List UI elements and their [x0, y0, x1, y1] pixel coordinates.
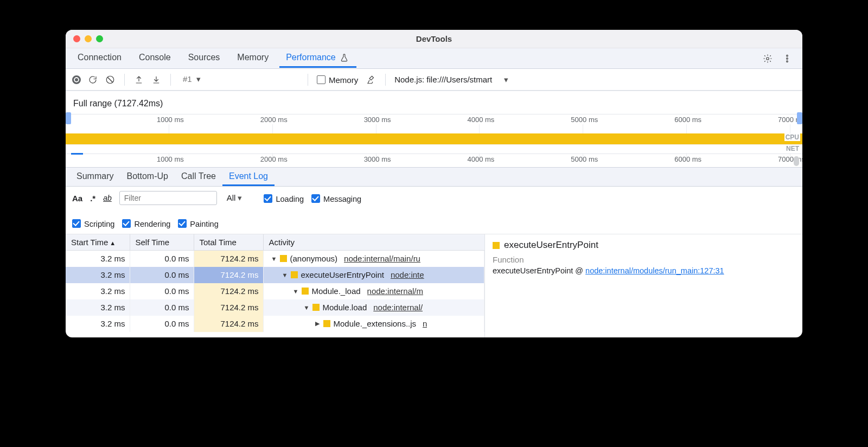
detail-type: Function: [493, 255, 795, 264]
detail-at: @: [573, 266, 585, 275]
chevron-right-icon[interactable]: ▶: [315, 320, 320, 327]
tab-memory-label: Memory: [237, 53, 269, 62]
gear-icon[interactable]: [762, 53, 773, 64]
activity-source-link[interactable]: node:internal/main/ru: [344, 254, 420, 263]
collect-garbage-icon[interactable]: [366, 74, 376, 85]
download-icon[interactable]: [151, 74, 162, 85]
regex-icon[interactable]: .*: [90, 194, 95, 203]
tab-sources[interactable]: Sources: [182, 49, 227, 67]
col-self-time[interactable]: Self Time: [130, 234, 194, 251]
chevron-down-icon: ▾: [238, 193, 242, 202]
activity-name: Module._extensions..js: [334, 319, 417, 328]
activity-source-link[interactable]: node:inte: [391, 270, 424, 279]
chevron-down-icon[interactable]: ▼: [304, 304, 309, 311]
cpu-track[interactable]: CPU: [66, 133, 802, 144]
window-title: DevTools: [66, 34, 802, 43]
range-label: Full range (7127.42ms): [66, 97, 802, 114]
cell-start: 3.2 ms: [66, 299, 130, 316]
timeline-overview: Full range (7127.42ms) 1000 ms 2000 ms 3…: [66, 91, 802, 167]
net-track-label: NET: [785, 145, 800, 152]
cell-activity: ▼executeUserEntryPointnode:inte: [263, 267, 484, 283]
messaging-checkbox[interactable]: Messaging: [311, 193, 361, 203]
cell-total: 7124.2 ms: [194, 267, 263, 283]
net-track[interactable]: NET: [66, 144, 802, 154]
col-total-time[interactable]: Total Time: [194, 234, 263, 251]
activity-source-link[interactable]: node:internal/m: [367, 286, 423, 296]
chevron-down-icon[interactable]: ▼: [271, 256, 277, 262]
col-start-time[interactable]: Start Time▲: [66, 234, 130, 251]
subtab-call-tree[interactable]: Call Tree: [175, 168, 222, 186]
table-row[interactable]: 3.2 ms0.0 ms7124.2 ms▶Module._extensions…: [66, 316, 484, 332]
tab-performance-label: Performance: [286, 53, 336, 62]
detail-location: executeUserEntryPoint @ node:internal/mo…: [493, 266, 795, 275]
detail-source-link[interactable]: node:internal/modules/run_main:127:31: [585, 266, 724, 275]
tab-performance[interactable]: Performance: [279, 49, 356, 68]
scripting-checkbox[interactable]: Scripting: [72, 218, 114, 228]
loading-checkbox[interactable]: Loading: [264, 193, 304, 203]
tab-sources-label: Sources: [188, 53, 220, 62]
cell-activity: ▼(anonymous)node:internal/main/ru: [263, 251, 484, 267]
record-button[interactable]: [72, 75, 81, 84]
col-total-label: Total Time: [200, 238, 237, 247]
subtab-summary-label: Summary: [76, 171, 113, 181]
close-icon[interactable]: [73, 35, 80, 42]
detail-pane: executeUserEntryPoint Function executeUs…: [485, 234, 802, 337]
chevron-down-icon[interactable]: ▼: [293, 288, 298, 295]
filter-bar: Aa .* ab All▾ Loading Messaging Scriptin…: [66, 187, 802, 234]
details-tab-bar: Summary Bottom-Up Call Tree Event Log: [66, 167, 802, 187]
detail-title: executeUserEntryPoint: [504, 240, 598, 251]
perf-toolbar: #1 ▾ Memory Node.js: file:///Users/stmar…: [66, 69, 802, 91]
activity-source-link[interactable]: n: [423, 319, 427, 328]
clear-icon[interactable]: [105, 74, 116, 85]
category-swatch-icon: [302, 288, 309, 295]
match-whole-word-icon[interactable]: ab: [103, 194, 112, 202]
zoom-icon[interactable]: [96, 35, 103, 42]
filter-input[interactable]: [119, 191, 217, 205]
subtab-summary[interactable]: Summary: [70, 168, 120, 186]
cell-start: 3.2 ms: [66, 283, 130, 299]
table-row[interactable]: 3.2 ms0.0 ms7124.2 ms▼(anonymous)node:in…: [66, 251, 484, 267]
memory-checkbox[interactable]: Memory: [317, 74, 358, 85]
rendering-checkbox[interactable]: Rendering: [122, 218, 170, 228]
svg-point-1: [787, 55, 788, 56]
memory-label: Memory: [329, 75, 358, 85]
category-select[interactable]: All▾: [225, 192, 257, 204]
profile-selector[interactable]: #1 ▾: [180, 73, 299, 86]
tab-memory[interactable]: Memory: [231, 49, 275, 67]
scripting-label: Scripting: [84, 220, 114, 228]
cell-total: 7124.2 ms: [194, 316, 263, 332]
activity-name: executeUserEntryPoint: [301, 270, 384, 279]
tab-connection[interactable]: Connection: [71, 49, 128, 67]
tab-console[interactable]: Console: [132, 49, 177, 67]
chevron-down-icon: ▾: [504, 75, 508, 84]
cell-self: 0.0 ms: [130, 283, 194, 299]
cell-self: 0.0 ms: [130, 267, 194, 283]
upload-icon[interactable]: [133, 74, 144, 85]
cell-total: 7124.2 ms: [194, 299, 263, 316]
table-row[interactable]: 3.2 ms0.0 ms7124.2 ms▼Module._loadnode:i…: [66, 283, 484, 299]
subtab-event-log[interactable]: Event Log: [222, 168, 275, 186]
activity-name: Module._load: [312, 286, 361, 296]
tab-connection-label: Connection: [78, 53, 122, 62]
activity-source-link[interactable]: node:internal/: [373, 303, 423, 312]
cell-start: 3.2 ms: [66, 251, 130, 267]
category-swatch-icon: [280, 255, 287, 262]
range-handle-right[interactable]: [797, 112, 802, 124]
minimize-icon[interactable]: [85, 35, 92, 42]
event-log-table-pane: Start Time▲ Self Time Total Time Activit…: [66, 234, 485, 337]
match-case-icon[interactable]: Aa: [72, 194, 82, 203]
scrollbar-thumb[interactable]: [794, 156, 799, 166]
subtab-bottom-up[interactable]: Bottom-Up: [120, 168, 174, 186]
reload-icon[interactable]: [87, 74, 98, 85]
chevron-down-icon[interactable]: ▼: [282, 272, 288, 278]
painting-checkbox[interactable]: Painting: [178, 218, 218, 228]
kebab-icon[interactable]: [782, 53, 793, 64]
table-row[interactable]: 3.2 ms0.0 ms7124.2 ms▼executeUserEntryPo…: [66, 267, 484, 283]
target-selector[interactable]: Node.js: file:///Users/stmart ▾: [394, 75, 508, 85]
col-activity[interactable]: Activity: [263, 234, 484, 251]
cell-start: 3.2 ms: [66, 267, 130, 283]
ruler-top[interactable]: 1000 ms 2000 ms 3000 ms 4000 ms 5000 ms …: [66, 114, 802, 126]
ruler-bottom[interactable]: 1000 ms 2000 ms 3000 ms 4000 ms 5000 ms …: [66, 154, 802, 167]
table-row[interactable]: 3.2 ms0.0 ms7124.2 ms▼Module.loadnode:in…: [66, 299, 484, 316]
svg-point-3: [787, 60, 788, 62]
